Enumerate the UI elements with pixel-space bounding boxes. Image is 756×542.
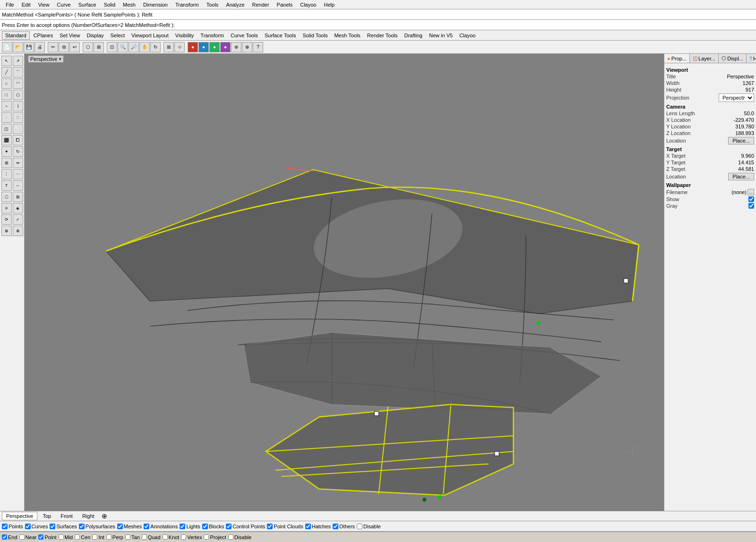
tb-rotate[interactable]: ↻ — [150, 42, 161, 52]
tab-clayoo[interactable]: Clayoo — [456, 32, 478, 39]
tb-zoom-in[interactable]: 🔍 — [118, 42, 128, 52]
tab-viewport-layout[interactable]: Viewport Layout — [129, 32, 172, 39]
tb-copy[interactable]: ⧉ — [59, 42, 69, 52]
near-checkbox[interactable] — [19, 534, 25, 540]
tb-render3[interactable]: ● — [209, 42, 220, 52]
tool-ungroup[interactable]: ⊞ — [13, 192, 23, 202]
tool-text[interactable]: T — [1, 180, 12, 191]
tool-dim[interactable]: ↔ — [13, 180, 23, 191]
tb-undo[interactable]: ↩ — [69, 42, 80, 52]
tool-move[interactable]: ✦ — [1, 146, 12, 157]
menu-curve[interactable]: Curve — [53, 2, 74, 8]
points-checkbox[interactable] — [2, 524, 8, 529]
tab-visibility[interactable]: Visibility — [172, 32, 197, 39]
cen-checkbox[interactable] — [75, 534, 80, 540]
tab-cplanes[interactable]: CPlanes — [31, 32, 56, 39]
viewport-dropdown-arrow[interactable]: ▾ — [59, 57, 61, 61]
meshes-checkbox[interactable] — [117, 524, 123, 529]
panel-tab-layers[interactable]: ◫ Layer... — [690, 54, 719, 63]
tool-arc[interactable]: ◠ — [13, 78, 23, 89]
point-checkbox[interactable] — [38, 534, 43, 540]
tab-standard[interactable]: Standard — [2, 31, 30, 40]
tb-select2[interactable]: ⊞ — [94, 42, 104, 52]
tool-rect[interactable]: □ — [1, 90, 12, 100]
tab-transform[interactable]: Transform — [198, 32, 227, 39]
tan-checkbox[interactable] — [125, 534, 130, 540]
panel-tab-display[interactable]: ⬡ Displ... — [719, 54, 747, 63]
tb-cut[interactable]: ✂ — [48, 42, 58, 52]
tool-solid[interactable]: ⬛ — [1, 135, 12, 145]
menu-tools[interactable]: Tools — [203, 2, 223, 8]
tb-save[interactable]: 💾 — [24, 42, 34, 52]
tool-select-arrow[interactable]: ↖ — [1, 56, 12, 66]
end-checkbox[interactable] — [2, 534, 7, 540]
viewport-label[interactable]: Perspective ▾ — [28, 56, 63, 62]
tool-misc2[interactable]: ⊗ — [13, 226, 23, 236]
tb-grid[interactable]: ⊞ — [163, 42, 174, 52]
tool-array2[interactable]: ⋯ — [13, 169, 23, 179]
lights-checkbox[interactable] — [180, 524, 185, 529]
vp-tab-add[interactable]: ⊕ — [100, 511, 109, 521]
vp-tab-front[interactable]: Front — [56, 512, 77, 520]
others-checkbox[interactable] — [333, 524, 338, 529]
menu-panels[interactable]: Panels — [273, 2, 297, 8]
vp-tab-perspective[interactable]: Perspective — [2, 512, 37, 520]
tool-scale[interactable]: ⊞ — [1, 158, 12, 168]
tool-mirror[interactable]: ⇔ — [13, 158, 23, 168]
tab-render-tools[interactable]: Render Tools — [364, 32, 401, 39]
tb-snap[interactable]: ⊹ — [174, 42, 185, 52]
tb-pan[interactable]: ✋ — [139, 42, 150, 52]
controlpoints-checkbox[interactable] — [226, 524, 232, 529]
tool-misc1[interactable]: ⊕ — [1, 226, 12, 236]
tab-new-v5[interactable]: New in V5 — [426, 32, 455, 39]
tb-zoom-ext[interactable]: ⊡ — [107, 42, 117, 52]
tb-open[interactable]: 📂 — [13, 42, 23, 52]
tab-surface-tools[interactable]: Surface Tools — [262, 32, 299, 39]
projection-select[interactable]: Perspective Parallel — [719, 93, 754, 102]
command-input[interactable]: Press Enter to accept options (NumberOfS… — [0, 20, 756, 30]
menu-render[interactable]: Render — [249, 2, 273, 8]
int-checkbox[interactable] — [92, 534, 97, 540]
vp-tab-top[interactable]: Top — [38, 512, 55, 520]
tb-render5[interactable]: ⊛ — [231, 42, 241, 52]
tb-render2[interactable]: ● — [198, 42, 209, 52]
tool-select2[interactable]: ↗ — [13, 56, 23, 66]
filename-browse-button[interactable]: ... — [747, 189, 754, 195]
tool-rotate[interactable]: ↻ — [13, 146, 23, 157]
wallpaper-show-checkbox[interactable] — [748, 196, 754, 202]
menu-clayoo[interactable]: Clayoo — [296, 2, 320, 8]
tool-circle[interactable]: ○ — [1, 78, 12, 89]
menu-transform[interactable]: Transform — [172, 2, 203, 8]
tb-select[interactable]: ⬡ — [83, 42, 93, 52]
tool-array[interactable]: ⋮ — [1, 169, 12, 179]
tab-select[interactable]: Select — [108, 32, 128, 39]
tb-zoom-out[interactable]: 🔎 — [129, 42, 139, 52]
perp-checkbox[interactable] — [106, 534, 112, 540]
tb-new[interactable]: 📄 — [2, 42, 12, 52]
tool-polyline[interactable]: ⌒ — [13, 67, 23, 77]
menu-help[interactable]: Help — [320, 2, 338, 8]
tool-group[interactable]: ⬡ — [1, 192, 12, 202]
mid-checkbox[interactable] — [59, 534, 64, 540]
quad-checkbox[interactable] — [142, 534, 147, 540]
menu-edit[interactable]: Edit — [18, 2, 34, 8]
tool-surface2[interactable]: ⬜ — [13, 124, 23, 134]
tb-render4[interactable]: ● — [220, 42, 231, 52]
tb-render[interactable]: ● — [188, 42, 198, 52]
curves-checkbox[interactable] — [25, 524, 31, 529]
tab-solid-tools[interactable]: Solid Tools — [300, 32, 330, 39]
tool-solid2[interactable]: ⧠ — [13, 135, 23, 145]
viewport-area[interactable]: Perspective ▾ — [25, 54, 664, 511]
knot-checkbox[interactable] — [163, 534, 168, 540]
camera-place-button[interactable]: Place... — [728, 137, 754, 144]
surfaces-checkbox[interactable] — [50, 524, 55, 529]
tb-render6[interactable]: ⊕ — [242, 42, 252, 52]
tool-polygon[interactable]: ⬡ — [13, 90, 23, 100]
tool-check[interactable]: ✓ — [13, 214, 23, 225]
osnap-disable-checkbox[interactable] — [228, 534, 233, 540]
tab-setview[interactable]: Set View — [57, 32, 83, 39]
menu-solid[interactable]: Solid — [100, 2, 119, 8]
tool-analyze[interactable]: ⟳ — [1, 214, 12, 225]
tool-point[interactable]: · — [1, 112, 12, 123]
tab-drafting[interactable]: Drafting — [401, 32, 425, 39]
